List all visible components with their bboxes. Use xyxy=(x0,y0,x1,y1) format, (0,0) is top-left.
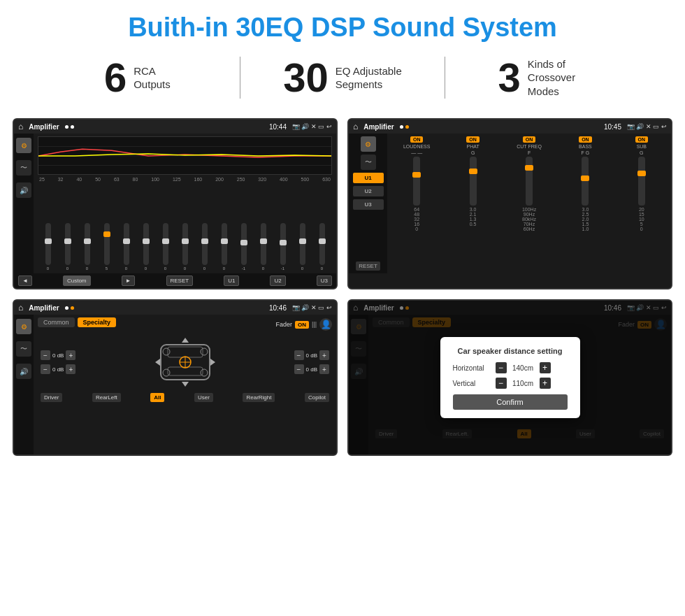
cutfreq-thumb[interactable] xyxy=(525,165,533,171)
cutfreq-on[interactable]: ON xyxy=(523,136,536,143)
phat-thumb[interactable] xyxy=(469,169,477,174)
confirm-button[interactable]: Confirm xyxy=(453,394,568,410)
slider-val-2: 0 xyxy=(66,266,68,271)
slider-thumb-6[interactable] xyxy=(143,238,150,244)
phat-on[interactable]: ON xyxy=(466,136,480,143)
slider-thumb-10[interactable] xyxy=(221,238,228,244)
vertical-plus-btn[interactable]: + xyxy=(540,378,551,389)
horizontal-plus-btn[interactable]: + xyxy=(540,362,551,373)
eq-time: 10:44 xyxy=(269,123,287,131)
horizontal-minus-btn[interactable]: − xyxy=(496,362,507,373)
slider-thumb-13[interactable] xyxy=(280,240,287,245)
rear-right-plus[interactable]: + xyxy=(319,364,329,374)
preset-u1[interactable]: U1 xyxy=(353,173,384,183)
slider-track-12[interactable] xyxy=(261,223,266,265)
freq-400: 400 xyxy=(280,177,288,182)
slider-track-8[interactable] xyxy=(182,223,188,265)
eq-speaker-icon[interactable]: 🔊 xyxy=(16,182,31,198)
fader-user-btn[interactable]: User xyxy=(194,393,213,402)
preset-u3[interactable]: U3 xyxy=(353,199,384,210)
cutfreq-slider[interactable] xyxy=(526,157,533,206)
eq-play-btn[interactable]: ► xyxy=(122,275,136,286)
rear-left-minus[interactable]: − xyxy=(41,364,50,374)
fader-filter-icon[interactable]: ⚙ xyxy=(16,319,31,334)
fader-all-btn[interactable]: All xyxy=(150,393,164,402)
loudness-thumb[interactable] xyxy=(412,172,421,178)
slider-track-13[interactable] xyxy=(280,223,286,265)
slider-thumb-5[interactable] xyxy=(123,238,130,244)
slider-track-10[interactable] xyxy=(222,223,227,265)
stat-rca: 6 RCA Outputs xyxy=(42,57,233,98)
stat-number-rca: 6 xyxy=(104,57,127,98)
slider-thumb-14[interactable] xyxy=(299,238,306,244)
slider-track-14[interactable] xyxy=(300,223,305,265)
fader-driver-btn[interactable]: Driver xyxy=(41,393,62,402)
sub-slider[interactable] xyxy=(638,157,645,206)
phat-slider[interactable] xyxy=(470,157,477,206)
slider-track-5[interactable] xyxy=(124,223,129,265)
slider-thumb-2[interactable] xyxy=(64,238,71,244)
loudness-slider[interactable] xyxy=(413,157,420,206)
bass-on[interactable]: ON xyxy=(579,136,592,143)
front-right-plus[interactable]: + xyxy=(319,350,329,360)
bass-slider[interactable] xyxy=(582,157,589,206)
rear-left-plus[interactable]: + xyxy=(66,364,75,374)
sub-on[interactable]: ON xyxy=(635,136,649,143)
slider-thumb-11[interactable] xyxy=(240,240,247,245)
slider-thumb-4[interactable] xyxy=(103,231,110,237)
fader-rearright-btn[interactable]: RearRight xyxy=(243,393,275,402)
slider-track-3[interactable] xyxy=(85,223,90,265)
sub-label: SUB xyxy=(637,144,647,149)
slider-thumb-8[interactable] xyxy=(182,238,189,244)
crossover-home-icon[interactable]: ⌂ xyxy=(353,122,358,131)
slider-thumb-3[interactable] xyxy=(84,238,91,244)
slider-track-7[interactable] xyxy=(163,223,168,265)
fader-copilot-btn[interactable]: Copilot xyxy=(305,393,329,402)
vertical-minus-btn[interactable]: − xyxy=(496,378,507,389)
crossover-filter-icon[interactable]: ⚙ xyxy=(361,136,376,152)
eq-u3-btn[interactable]: U3 xyxy=(317,275,332,286)
fader-on-toggle[interactable]: ON xyxy=(295,321,309,329)
slider-track-11[interactable] xyxy=(241,223,247,265)
front-right-minus[interactable]: − xyxy=(294,350,304,360)
slider-thumb-15[interactable] xyxy=(319,238,326,244)
home-icon[interactable]: ⌂ xyxy=(18,122,23,131)
eq-u1-btn[interactable]: U1 xyxy=(224,275,239,286)
preset-u2[interactable]: U2 xyxy=(353,186,384,196)
eq-sliders: 0 0 0 5 0 xyxy=(38,183,332,271)
eq-filter-icon[interactable]: ⚙ xyxy=(16,138,31,153)
tab-common[interactable]: Common xyxy=(38,317,75,327)
eq-custom-btn[interactable]: Custom xyxy=(63,275,91,286)
bass-thumb[interactable] xyxy=(581,176,589,181)
slider-thumb-9[interactable] xyxy=(201,238,208,244)
slider-col-12: 0 xyxy=(254,223,272,271)
fader-home-icon[interactable]: ⌂ xyxy=(18,303,23,313)
svg-marker-11 xyxy=(155,359,160,366)
slider-thumb-12[interactable] xyxy=(260,238,267,244)
tab-specialty[interactable]: Specialty xyxy=(78,317,117,327)
eq-wave-icon[interactable]: 〜 xyxy=(16,160,31,176)
slider-track-9[interactable] xyxy=(202,223,208,265)
crossover-reset-btn[interactable]: RESET xyxy=(356,262,380,271)
sub-thumb[interactable] xyxy=(637,171,646,176)
eq-prev-btn[interactable]: ◄ xyxy=(18,275,32,286)
slider-thumb-7[interactable] xyxy=(162,238,169,244)
fader-speaker-icon[interactable]: 🔊 xyxy=(16,364,31,379)
fader-profile-icon[interactable]: 👤 xyxy=(319,318,332,331)
crossover-wave-icon[interactable]: 〜 xyxy=(361,155,376,170)
eq-reset-btn[interactable]: RESET xyxy=(166,275,194,286)
front-left-plus[interactable]: + xyxy=(66,350,75,360)
slider-track-1[interactable] xyxy=(45,223,51,265)
eq-u2-btn[interactable]: U2 xyxy=(270,275,285,286)
slider-thumb-1[interactable] xyxy=(45,238,52,244)
slider-track-4[interactable] xyxy=(104,223,110,265)
fader-rearleft-btn[interactable]: RearLeft xyxy=(92,393,121,402)
fader-wave-icon[interactable]: 〜 xyxy=(16,341,31,357)
stat-label-eq: EQ Adjustable Segments xyxy=(336,64,402,92)
front-left-minus[interactable]: − xyxy=(41,350,50,360)
rear-right-minus[interactable]: − xyxy=(294,364,304,374)
loudness-on[interactable]: ON xyxy=(410,136,424,143)
slider-track-15[interactable] xyxy=(319,223,325,265)
slider-track-2[interactable] xyxy=(65,223,71,265)
slider-track-6[interactable] xyxy=(143,223,149,265)
